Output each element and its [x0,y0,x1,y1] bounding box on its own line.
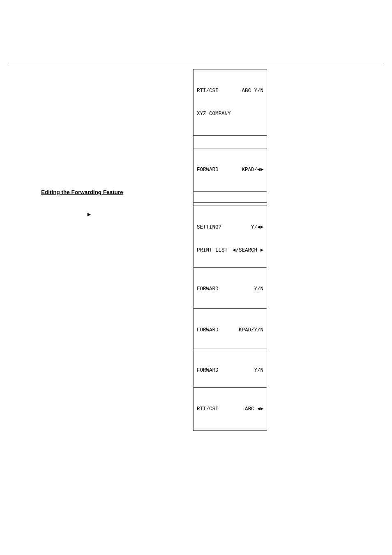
panel7-line1-right: Y/N [254,285,263,293]
display-panel-1: RTI/CSI ABC Y/N XYZ COMPANY [193,69,267,136]
bullet-arrow-block: ► [86,211,92,218]
bullet-arrow: ► [86,211,92,217]
panel5-line1-left: SETTING? [197,224,221,231]
panel9-line1-left: FORWARD [197,367,219,375]
page-container: RTI/CSI ABC Y/N XYZ COMPANY RTI/CSI Y/N … [0,0,392,555]
panel8-line1-left: FORWARD [197,326,219,334]
panel9-line1-right: Y/N [254,367,263,375]
panel7-line1-left: FORWARD [197,285,219,293]
panel1-line1-left: RTI/CSI [197,87,219,95]
panel4-line1-right: KPAD/◄► [242,166,263,174]
panel10-line1-right: ABC ◄► [245,405,263,413]
panel8-line1-right: KPAD/Y/N [239,326,263,334]
section-heading: Editing the Forwarding Feature [41,189,123,195]
panel1-line1-right: ABC Y/N [242,87,263,95]
panel-group-4: FORWARD KPAD/◄► [193,148,267,192]
display-panel-5: SETTING? Y/◄► PRINT LIST ◄/SEARCH ► [193,206,267,272]
panel-group-10: RTI/CSI ABC ◄► [193,387,267,431]
panel5-line2-right: ◄/SEARCH ► [233,247,263,254]
panel4-line1-left: FORWARD [197,166,219,174]
panel1-line2: XYZ COMPANY [197,110,263,118]
section-heading-block: Editing the Forwarding Feature [41,189,123,196]
display-panel-4: FORWARD KPAD/◄► [193,148,267,192]
panel10-line1-left: RTI/CSI [197,405,219,413]
panel5-line2-left: PRINT LIST [197,247,228,254]
panel5-line1-right: Y/◄► [251,224,263,231]
display-panel-10: RTI/CSI ABC ◄► [193,387,267,431]
top-rule [8,64,384,64]
